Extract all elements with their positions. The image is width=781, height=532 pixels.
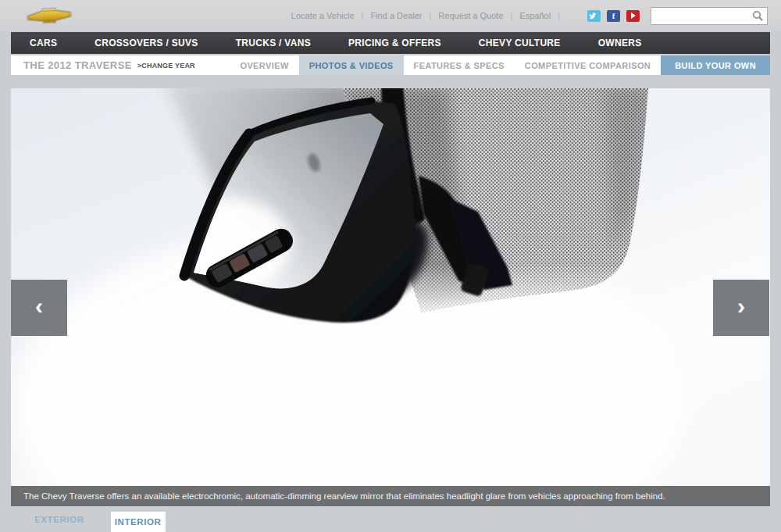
link-separator: |	[511, 11, 513, 20]
chevrolet-bowtie-logo[interactable]	[25, 3, 73, 28]
link-espanol[interactable]: Español	[519, 11, 551, 20]
gallery-photo-area: ‹ › The Chevy Traverse offers an availab…	[11, 88, 770, 506]
tab-photos-videos[interactable]: PHOTOS & VIDEOS	[299, 55, 404, 75]
nav-item-crossovers-suvs[interactable]: CROSSOVERS / SUVS	[76, 32, 216, 54]
next-photo-button[interactable]: ›	[713, 280, 769, 336]
link-find-a-dealer[interactable]: Find a Dealer	[370, 11, 422, 20]
chevrolet-traverse-gallery-page: Locate a Vehicle | Find a Dealer | Reque…	[0, 0, 781, 532]
youtube-play-glyph	[631, 12, 636, 19]
nav-item-cars[interactable]: CARS	[11, 32, 76, 54]
tab-build-your-own[interactable]: BUILD YOUR OWN	[661, 55, 770, 75]
main-nav: CARS CROSSOVERS / SUVS TRUCKS / VANS PRI…	[11, 32, 770, 54]
vehicle-tabs: OVERVIEW PHOTOS & VIDEOS FEATURES & SPEC…	[230, 55, 770, 75]
previous-photo-button[interactable]: ‹	[11, 280, 67, 336]
nav-item-trucks-vans[interactable]: TRUCKS / VANS	[217, 32, 330, 54]
link-request-a-quote[interactable]: Request a Quote	[438, 11, 503, 20]
search-input[interactable]	[651, 7, 768, 25]
nav-item-chevy-culture[interactable]: CHEVY CULTURE	[460, 32, 580, 54]
search-icon[interactable]	[752, 10, 764, 22]
photo-caption-text: The Chevy Traverse offers an available e…	[23, 491, 665, 501]
nav-item-owners[interactable]: OWNERS	[580, 32, 661, 54]
vehicle-subnav: THE 2012 TRAVERSE >CHANGE YEAR OVERVIEW …	[11, 55, 770, 75]
tab-interior[interactable]: INTERIOR	[111, 512, 166, 532]
rearview-mirror-photo	[11, 88, 770, 506]
twitter-icon[interactable]	[587, 10, 601, 22]
change-year-link[interactable]: >CHANGE YEAR	[137, 62, 195, 70]
youtube-icon[interactable]	[626, 10, 640, 22]
chevron-left-icon: ‹	[35, 295, 43, 318]
chevron-right-icon: ›	[737, 295, 745, 318]
vehicle-title: THE 2012 TRAVERSE	[23, 59, 132, 71]
facebook-icon[interactable]: f	[607, 10, 620, 22]
top-header: Locate a Vehicle | Find a Dealer | Reque…	[0, 0, 781, 31]
link-separator: |	[558, 11, 560, 20]
tab-features-specs[interactable]: FEATURES & SPECS	[404, 55, 515, 75]
facebook-glyph: f	[612, 11, 615, 20]
photo-caption-bar: The Chevy Traverse offers an available e…	[11, 486, 770, 506]
header-utility-links: Locate a Vehicle | Find a Dealer | Reque…	[291, 0, 768, 31]
tab-exterior[interactable]: EXTERIOR	[23, 506, 95, 532]
link-separator: |	[429, 11, 431, 20]
link-locate-a-vehicle[interactable]: Locate a Vehicle	[291, 11, 355, 20]
social-icons: f	[581, 10, 640, 22]
link-separator: |	[362, 11, 364, 20]
site-search	[651, 7, 768, 25]
tab-competitive-comparison[interactable]: COMPETITIVE COMPARISON	[515, 55, 661, 75]
nav-item-pricing-offers[interactable]: PRICING & OFFERS	[330, 32, 460, 54]
tab-overview[interactable]: OVERVIEW	[230, 55, 298, 75]
gallery-view-tabs: EXTERIOR INTERIOR	[11, 506, 770, 532]
